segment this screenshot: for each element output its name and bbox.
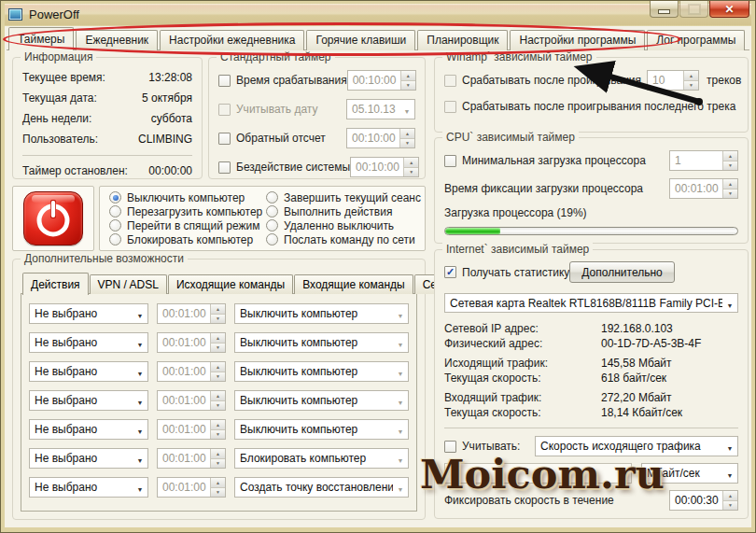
spin-down-icon[interactable] xyxy=(400,138,414,148)
after-tracks-checkbox[interactable] xyxy=(444,75,456,87)
condition-combo[interactable]: Не выбрано xyxy=(29,477,148,498)
idle-spinner[interactable]: 00:10:00 xyxy=(350,157,419,177)
unit-combo[interactable]: Мбайт/сек xyxy=(641,463,738,484)
titlebar[interactable]: PowerOff xyxy=(5,4,751,25)
spin-down-icon[interactable] xyxy=(211,458,225,469)
spin-up-icon[interactable] xyxy=(211,420,225,429)
countdown-spinner[interactable]: 00:10:00 xyxy=(346,128,415,148)
use-date-checkbox[interactable] xyxy=(218,104,231,116)
spin-down-icon[interactable] xyxy=(211,314,225,324)
spin-down-icon[interactable] xyxy=(211,487,225,498)
action-combo[interactable]: Создать точку восстановления xyxy=(234,477,409,498)
condition-combo[interactable]: Не выбрано xyxy=(29,448,148,469)
action-option[interactable]: Послать команду по сети xyxy=(266,232,423,246)
tracks-spinner[interactable]: 10 xyxy=(647,70,699,91)
condition-combo[interactable]: Не выбрано xyxy=(29,361,148,382)
tab-scheduler[interactable]: Планировщик xyxy=(417,30,508,50)
action-time-spinner[interactable]: 00:01:00 xyxy=(157,448,226,469)
action-time-spinner[interactable]: 00:01:00 xyxy=(157,303,226,324)
radio-icon[interactable] xyxy=(266,219,278,231)
tab-timers[interactable]: Таймеры xyxy=(8,27,74,50)
action-option[interactable]: Выключить компьютер xyxy=(109,190,266,204)
min-load-checkbox[interactable] xyxy=(444,155,456,167)
consider-combo[interactable]: Скорость исходящего трафика xyxy=(535,436,738,456)
fix-time-spinner[interactable]: 00:01:00 xyxy=(669,178,738,199)
spin-down-icon[interactable] xyxy=(723,189,737,199)
tab-program-settings[interactable]: Настройки программы xyxy=(510,30,645,50)
action-option[interactable]: Выполнить действия xyxy=(266,204,423,218)
action-time-spinner[interactable]: 00:01:00 xyxy=(157,477,226,498)
power-button[interactable] xyxy=(23,191,83,245)
close-button[interactable]: ✕ xyxy=(709,1,749,18)
trigger-time-checkbox[interactable] xyxy=(218,75,231,87)
tab-vpn-adsl[interactable]: VPN / ADSL xyxy=(90,274,167,294)
action-option[interactable]: Блокировать компьютер xyxy=(109,232,266,246)
spin-up-icon[interactable] xyxy=(211,391,225,400)
last-track-checkbox[interactable] xyxy=(444,101,456,113)
spin-down-icon[interactable] xyxy=(211,400,225,411)
action-time-spinner[interactable]: 00:01:00 xyxy=(157,419,226,440)
radio-icon[interactable] xyxy=(266,233,278,245)
spin-up-icon[interactable] xyxy=(211,333,225,343)
action-combo[interactable]: Блокировать компьютер xyxy=(234,448,409,469)
speed-field[interactable] xyxy=(444,463,632,484)
action-combo[interactable]: Выключить компьютер xyxy=(234,390,409,411)
tab-actions[interactable]: Действия xyxy=(22,273,89,295)
fix-speed-spinner[interactable]: 00:00:30 xyxy=(669,490,738,511)
action-combo[interactable]: Выключить компьютер xyxy=(234,303,409,324)
spin-up-icon[interactable] xyxy=(404,158,418,167)
spin-down-icon[interactable] xyxy=(723,161,737,171)
radio-on-icon[interactable] xyxy=(109,191,121,203)
spin-up-icon[interactable] xyxy=(211,449,225,458)
spin-up-icon[interactable] xyxy=(723,151,737,161)
tab-program-log[interactable]: Лог программы xyxy=(647,30,745,50)
action-combo[interactable]: Выключить компьютер xyxy=(234,361,409,382)
trigger-time-spinner[interactable]: 00:10:00 xyxy=(347,70,416,91)
action-time-spinner[interactable]: 00:01:00 xyxy=(157,390,226,411)
spin-up-icon[interactable] xyxy=(723,179,737,189)
radio-icon[interactable] xyxy=(109,205,121,217)
consider-checkbox[interactable] xyxy=(444,441,456,453)
condition-combo[interactable]: Не выбрано xyxy=(29,332,148,353)
spin-up-icon[interactable] xyxy=(211,362,225,372)
tab-diary-settings[interactable]: Настройки ежедневника xyxy=(160,30,304,50)
spin-up-icon[interactable] xyxy=(211,478,225,487)
radio-icon[interactable] xyxy=(266,205,278,217)
spin-down-icon[interactable] xyxy=(404,167,418,177)
minimize-button[interactable] xyxy=(650,1,679,18)
min-load-spinner[interactable]: 1 xyxy=(669,150,738,171)
spin-down-icon[interactable] xyxy=(211,343,225,353)
action-option[interactable]: Перезагрузить компьютер xyxy=(109,204,266,218)
maximize-button[interactable] xyxy=(679,1,708,18)
spin-up-icon[interactable] xyxy=(723,491,737,500)
tab-diary[interactable]: Ежедневник xyxy=(76,30,158,50)
countdown-checkbox[interactable] xyxy=(218,133,231,145)
stats-checkbox[interactable] xyxy=(444,266,456,278)
spin-up-icon[interactable] xyxy=(400,129,414,138)
condition-combo[interactable]: Не выбрано xyxy=(29,303,148,324)
spin-down-icon[interactable] xyxy=(211,429,225,440)
condition-combo[interactable]: Не выбрано xyxy=(29,390,148,411)
condition-combo[interactable]: Не выбрано xyxy=(29,419,148,440)
action-combo[interactable]: Выключить компьютер xyxy=(234,419,409,440)
spin-down-icon[interactable] xyxy=(684,80,698,91)
action-option[interactable]: Удаленно выключить xyxy=(266,218,423,232)
spin-down-icon[interactable] xyxy=(401,80,415,91)
action-time-spinner[interactable]: 00:01:00 xyxy=(157,361,226,382)
spin-up-icon[interactable] xyxy=(684,71,698,80)
radio-icon[interactable] xyxy=(266,191,278,203)
idle-checkbox[interactable] xyxy=(218,161,231,174)
radio-icon[interactable] xyxy=(109,219,121,231)
action-time-spinner[interactable]: 00:01:00 xyxy=(157,332,226,353)
radio-icon[interactable] xyxy=(109,233,121,245)
adapter-combo[interactable]: Сетевая карта Realtek RTL8168B/8111B Fam… xyxy=(444,293,738,313)
spin-up-icon[interactable] xyxy=(401,71,415,80)
action-option[interactable]: Завершить текущий сеанс xyxy=(266,190,423,204)
tab-hotkeys[interactable]: Горячие клавиши xyxy=(306,30,415,50)
action-option[interactable]: Перейти в спящий режим xyxy=(109,218,266,232)
spin-down-icon[interactable] xyxy=(723,500,737,511)
more-button[interactable]: Дополнительно xyxy=(569,261,674,283)
tab-outgoing-commands[interactable]: Исходящие команды xyxy=(168,274,293,294)
spin-up-icon[interactable] xyxy=(211,304,225,314)
spin-down-icon[interactable] xyxy=(211,372,225,382)
